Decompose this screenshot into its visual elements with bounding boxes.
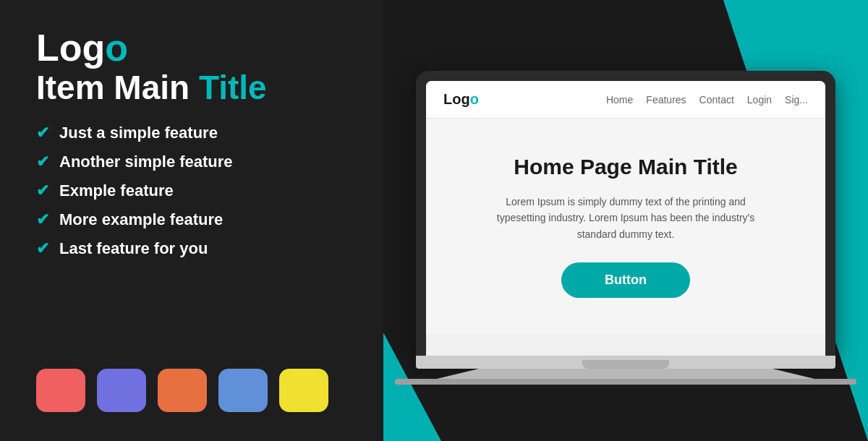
logo: Logo [36, 29, 347, 67]
red-swatch[interactable] [36, 369, 85, 412]
check-icon: ✔ [36, 153, 49, 171]
nav-link-features[interactable]: Features [646, 94, 686, 106]
main-title-white: Item Main [36, 69, 199, 106]
laptop-screen-outer: Logo Home Features Contact Login Sig... … [416, 71, 835, 356]
check-icon: ✔ [36, 210, 49, 229]
nav-link-contact[interactable]: Contact [699, 94, 734, 106]
website-nav-links: Home Features Contact Login Sig... [606, 94, 808, 106]
nav-link-signup[interactable]: Sig... [785, 94, 808, 106]
list-item: ✔ Last feature for you [36, 239, 347, 258]
check-icon: ✔ [36, 239, 49, 258]
nav-link-login[interactable]: Login [747, 94, 772, 106]
laptop-screen-inner: Logo Home Features Contact Login Sig... … [426, 81, 825, 356]
feature-label: Just a simple feature [59, 124, 218, 142]
hero-title: Home Page Main Title [455, 155, 796, 179]
list-item: ✔ Exmple feature [36, 181, 347, 200]
logo-teal: o [105, 27, 128, 69]
right-panel: Logo Home Features Contact Login Sig... … [383, 0, 868, 441]
check-icon: ✔ [36, 181, 49, 200]
feature-label: Another simple feature [59, 153, 233, 171]
website-hero: Home Page Main Title Lorem Ipsum is simp… [426, 119, 825, 334]
orange-swatch[interactable] [158, 369, 207, 412]
hero-button[interactable]: Button [561, 262, 690, 298]
logo-white: Log [36, 27, 105, 69]
left-panel: Logo Item Main Title ✔ Just a simple fea… [0, 0, 383, 441]
nav-link-home[interactable]: Home [606, 94, 633, 106]
laptop-stand [416, 369, 835, 379]
purple-swatch[interactable] [97, 369, 146, 412]
laptop-mockup: Logo Home Features Contact Login Sig... … [416, 71, 835, 385]
main-title-teal: Title [199, 69, 267, 106]
hero-text: Lorem Ipsum is simply dummy text of the … [481, 194, 770, 242]
feature-label: Exmple feature [59, 181, 174, 200]
website-nav: Logo Home Features Contact Login Sig... [426, 81, 825, 119]
website-logo-white: Log [443, 91, 470, 107]
feature-label: Last feature for you [59, 239, 208, 258]
features-list: ✔ Just a simple feature ✔ Another simple… [36, 124, 347, 258]
main-title: Item Main Title [36, 69, 347, 106]
color-swatches [36, 369, 347, 412]
yellow-swatch[interactable] [279, 369, 328, 412]
feature-label: More example feature [59, 210, 223, 229]
list-item: ✔ More example feature [36, 210, 347, 229]
website-logo-teal: o [470, 91, 479, 107]
list-item: ✔ Just a simple feature [36, 124, 347, 142]
blue-swatch[interactable] [218, 369, 268, 412]
list-item: ✔ Another simple feature [36, 153, 347, 171]
laptop-foot [395, 379, 856, 385]
website-logo: Logo [443, 91, 479, 108]
laptop-base [416, 356, 835, 369]
check-icon: ✔ [36, 124, 49, 142]
